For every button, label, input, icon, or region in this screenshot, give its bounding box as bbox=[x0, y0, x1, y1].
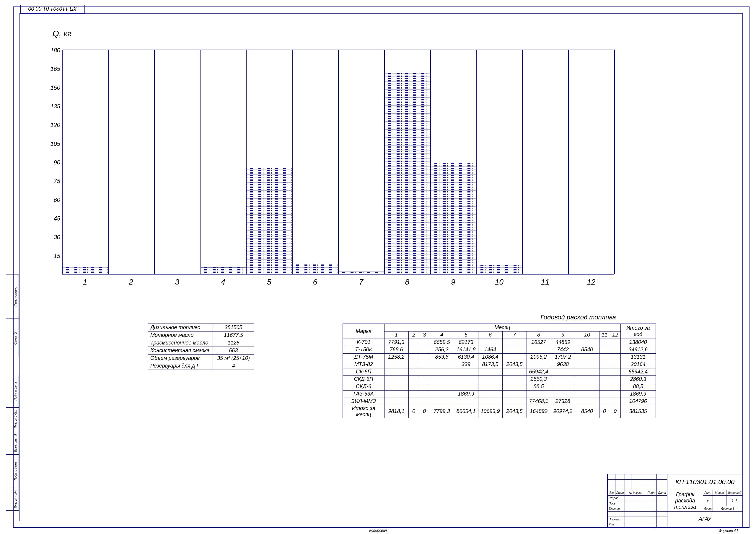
summary-value: 4 bbox=[213, 362, 254, 370]
data-cell: 77468,1 bbox=[526, 398, 551, 405]
data-cell bbox=[551, 383, 575, 390]
bar-fill bbox=[293, 263, 338, 274]
bar-fill bbox=[477, 265, 523, 274]
data-cell bbox=[419, 390, 430, 398]
data-cell bbox=[478, 390, 502, 398]
y-tick: 75 bbox=[54, 178, 60, 184]
data-cell bbox=[575, 383, 599, 390]
data-cell bbox=[599, 398, 610, 405]
data-cell bbox=[610, 368, 620, 376]
data-cell bbox=[599, 338, 610, 346]
data-cell bbox=[419, 398, 430, 405]
summary-label: Резервуары для ДТ bbox=[148, 362, 213, 370]
data-cell bbox=[551, 368, 575, 376]
row-total: 138040 bbox=[620, 338, 656, 346]
data-cell bbox=[526, 390, 551, 398]
data-cell: 6689,5 bbox=[430, 338, 454, 346]
data-cell bbox=[419, 383, 430, 390]
x-label: 8 bbox=[384, 278, 430, 287]
bar-fill bbox=[247, 168, 292, 274]
summary-value: 11677,5 bbox=[213, 332, 254, 339]
main-table-title: Годовой расход топлива bbox=[540, 313, 616, 321]
data-cell: 2043,5 bbox=[502, 361, 526, 368]
data-cell bbox=[575, 398, 599, 405]
chart: 153045607590105120135150165180 123456789… bbox=[50, 50, 614, 275]
row-total: 88,5 bbox=[620, 383, 656, 390]
x-label: 2 bbox=[108, 278, 154, 287]
total-cell: 0 bbox=[419, 405, 430, 418]
data-cell bbox=[430, 361, 454, 368]
data-cell bbox=[408, 368, 419, 376]
data-cell: 62173 bbox=[454, 338, 478, 346]
model-cell: ГАЗ-53А bbox=[343, 390, 384, 398]
data-cell bbox=[408, 361, 419, 368]
data-cell: 8173,5 bbox=[478, 361, 502, 368]
data-cell: 27328 bbox=[551, 398, 575, 405]
data-cell bbox=[575, 376, 599, 383]
bar-fill bbox=[63, 266, 108, 274]
x-label: 4 bbox=[200, 278, 246, 287]
bar-column bbox=[569, 50, 615, 274]
th-model: Марка bbox=[343, 324, 384, 338]
model-cell: МТЗ-82 bbox=[343, 361, 384, 368]
th-month: Месяц bbox=[384, 324, 620, 331]
y-tick: 60 bbox=[54, 196, 60, 203]
total-row-label: Итого за месяц bbox=[343, 405, 384, 418]
x-label: 1 bbox=[62, 278, 108, 287]
total-cell: 2043,5 bbox=[502, 405, 526, 418]
x-label: 10 bbox=[476, 278, 523, 287]
data-cell: 7442 bbox=[551, 346, 575, 353]
tb-scale: 1:1 bbox=[726, 495, 743, 506]
y-tick: 105 bbox=[50, 140, 60, 147]
bar-column bbox=[293, 50, 339, 274]
data-cell bbox=[430, 376, 454, 383]
data-cell bbox=[599, 353, 610, 361]
bar-column bbox=[63, 50, 109, 274]
data-cell: 88,5 bbox=[526, 383, 551, 390]
data-cell bbox=[478, 398, 502, 405]
bar-fill bbox=[431, 163, 476, 274]
data-cell: 1869,9 bbox=[454, 390, 478, 398]
data-cell: 2095,2 bbox=[526, 353, 551, 361]
data-cell bbox=[408, 390, 419, 398]
data-cell: 256,2 bbox=[430, 346, 454, 353]
data-cell bbox=[610, 361, 620, 368]
data-cell bbox=[610, 390, 620, 398]
total-cell: 86654,1 bbox=[454, 405, 478, 418]
x-label: 5 bbox=[246, 278, 292, 287]
data-cell bbox=[610, 376, 620, 383]
data-cell bbox=[599, 383, 610, 390]
data-cell bbox=[575, 390, 599, 398]
x-label: 11 bbox=[522, 278, 568, 287]
data-cell bbox=[502, 346, 526, 353]
data-cell: 16141,8 bbox=[454, 346, 478, 353]
grand-total: 381535 bbox=[620, 405, 656, 418]
data-cell: 1464 bbox=[478, 346, 502, 353]
th-month-num: 7 bbox=[502, 331, 526, 338]
bar-fill bbox=[385, 72, 430, 274]
data-cell bbox=[454, 398, 478, 405]
data-cell bbox=[454, 383, 478, 390]
data-cell bbox=[408, 338, 419, 346]
summary-value: 381505 bbox=[213, 324, 254, 332]
bottom-center-label: Копировал bbox=[369, 528, 387, 533]
data-cell bbox=[610, 353, 620, 361]
left-margin-blocks: Перв. примен.Справ. №Подп. и датаИнв. № … bbox=[6, 275, 19, 511]
data-cell bbox=[551, 390, 575, 398]
data-cell: 44859 bbox=[551, 338, 575, 346]
data-cell bbox=[610, 338, 620, 346]
data-cell bbox=[384, 398, 408, 405]
data-cell: 339 bbox=[454, 361, 478, 368]
data-cell bbox=[408, 376, 419, 383]
data-cell bbox=[526, 346, 551, 353]
bar-column bbox=[339, 50, 385, 274]
data-cell bbox=[408, 398, 419, 405]
summary-label: Моторное масло bbox=[148, 332, 213, 339]
summary-label: Трасмиссионное масло bbox=[148, 339, 213, 347]
th-month-num: 5 bbox=[454, 331, 478, 338]
data-cell bbox=[599, 376, 610, 383]
row-total: 13131 bbox=[620, 353, 656, 361]
data-cell bbox=[526, 361, 551, 368]
doc-code-top: КП 110301.01.00.00 bbox=[20, 5, 85, 14]
data-cell: 8540 bbox=[575, 346, 599, 353]
